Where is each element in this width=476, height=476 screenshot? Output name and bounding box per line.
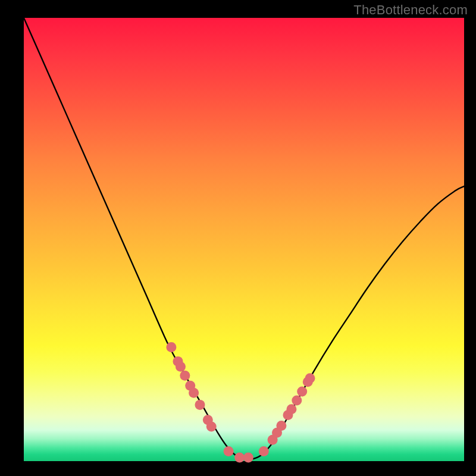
dots-group <box>166 342 315 463</box>
chart-frame: TheBottleneck.com <box>0 0 476 476</box>
data-dot <box>297 387 307 397</box>
data-dot <box>180 371 190 381</box>
data-dot <box>243 453 253 463</box>
data-dot <box>234 453 245 463</box>
data-dot <box>166 342 176 352</box>
data-dot <box>259 446 269 456</box>
data-dot <box>195 400 205 410</box>
data-dot <box>206 421 217 431</box>
watermark-text: TheBottleneck.com <box>353 2 468 18</box>
plot-area <box>24 18 464 461</box>
chart-svg <box>24 18 464 461</box>
data-dot <box>286 404 296 414</box>
data-dot <box>292 395 302 405</box>
bottleneck-curve <box>24 18 464 459</box>
curve-group <box>24 18 464 459</box>
data-dot <box>305 373 315 383</box>
data-dot <box>176 362 186 372</box>
data-dot <box>276 421 286 431</box>
data-dot <box>224 446 234 456</box>
data-dot <box>189 388 199 398</box>
